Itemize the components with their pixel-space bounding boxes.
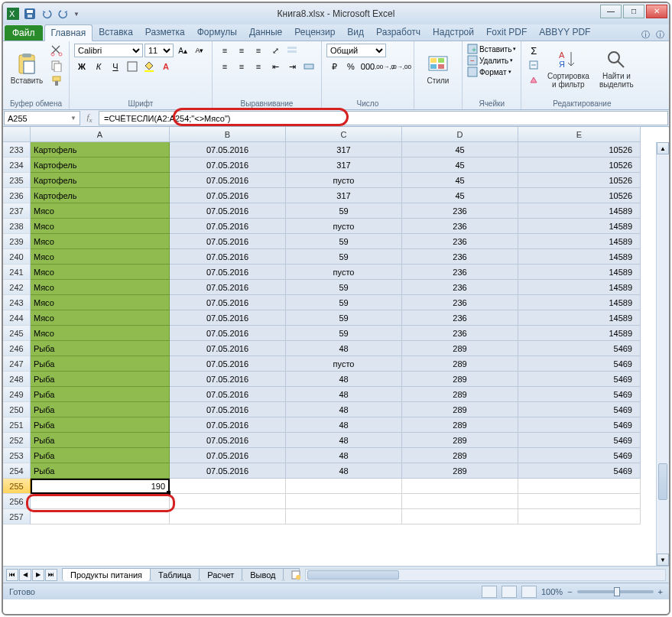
sheet-last-icon[interactable]: ⏭ <box>45 569 57 581</box>
cell[interactable]: 5469 <box>518 372 641 387</box>
hscroll-thumb[interactable] <box>307 570 399 580</box>
row-header[interactable]: 253 <box>3 448 31 463</box>
cell[interactable]: 14589 <box>518 310 641 326</box>
cell[interactable] <box>170 479 286 494</box>
ribbon-tab-7[interactable]: Разработч <box>370 24 427 41</box>
cell[interactable]: 48 <box>286 417 402 433</box>
cell[interactable]: 59 <box>286 326 402 341</box>
zoom-in-icon[interactable]: + <box>658 587 663 596</box>
cell[interactable]: 5469 <box>518 341 641 356</box>
cell[interactable]: 289 <box>402 433 518 448</box>
cell[interactable]: Мясо <box>31 203 170 219</box>
cell[interactable]: 48 <box>286 372 402 387</box>
ribbon-minimize-icon[interactable]: ⓘ <box>641 29 650 41</box>
name-box[interactable]: A255 ▼ <box>4 111 80 125</box>
cell[interactable]: 07.05.2016 <box>170 372 286 387</box>
row-header[interactable]: 234 <box>3 157 31 173</box>
row-header[interactable]: 248 <box>3 372 31 387</box>
row-header[interactable]: 254 <box>3 463 31 479</box>
sheet-prev-icon[interactable]: ◀ <box>19 569 31 581</box>
cell[interactable]: 289 <box>402 372 518 387</box>
ribbon-tab-6[interactable]: Вид <box>341 24 370 41</box>
cell[interactable]: 236 <box>402 326 518 341</box>
cell[interactable] <box>402 494 518 509</box>
cell[interactable]: 10526 <box>518 142 641 157</box>
cell[interactable]: Мясо <box>31 295 170 310</box>
align-bottom-icon[interactable]: ≡ <box>251 44 266 57</box>
ribbon-tab-2[interactable]: Разметка <box>139 24 191 41</box>
col-header-D[interactable]: D <box>402 127 518 142</box>
sheet-tab[interactable]: Расчет <box>199 568 242 581</box>
cut-icon[interactable] <box>49 44 64 57</box>
cell[interactable]: Рыба <box>31 463 170 479</box>
minimize-button[interactable]: — <box>600 5 622 18</box>
qat-dropdown-icon[interactable]: ▼ <box>73 11 80 18</box>
fill-color-icon[interactable] <box>141 60 157 73</box>
cell[interactable]: 14589 <box>518 280 641 295</box>
cell[interactable] <box>402 479 518 494</box>
increase-indent-icon[interactable]: ⇥ <box>284 60 300 73</box>
cell[interactable] <box>402 509 518 524</box>
cell[interactable]: 07.05.2016 <box>170 142 286 157</box>
cell[interactable]: 07.05.2016 <box>170 402 286 417</box>
percent-icon[interactable]: % <box>343 60 359 73</box>
col-header-A[interactable]: A <box>31 127 170 142</box>
italic-button[interactable]: К <box>91 60 106 73</box>
cell[interactable]: 5469 <box>518 356 641 372</box>
increase-decimal-icon[interactable]: ,00→,0 <box>377 60 392 73</box>
sheet-tab[interactable]: Таблица <box>150 568 200 581</box>
row-header[interactable]: 257 <box>3 509 31 524</box>
number-format-select[interactable]: Общий <box>326 44 386 57</box>
cell[interactable]: Рыба <box>31 387 170 402</box>
merge-icon[interactable] <box>301 60 317 73</box>
cell[interactable]: 317 <box>286 188 402 203</box>
cell[interactable]: 317 <box>286 142 402 157</box>
row-header[interactable]: 249 <box>3 387 31 402</box>
cell[interactable]: Мясо <box>31 219 170 234</box>
redo-icon[interactable] <box>57 7 70 21</box>
fx-icon[interactable]: fx <box>84 112 95 124</box>
col-header-C[interactable]: C <box>286 127 402 142</box>
cell[interactable]: 07.05.2016 <box>170 463 286 479</box>
cell[interactable]: Картофель <box>31 188 170 203</box>
cell[interactable]: Рыба <box>31 402 170 417</box>
cell[interactable]: 07.05.2016 <box>170 265 286 280</box>
cell[interactable]: 59 <box>286 203 402 219</box>
cell[interactable] <box>31 494 170 509</box>
scroll-down-icon[interactable]: ▼ <box>657 554 669 566</box>
ribbon-tab-8[interactable]: Надстрой <box>427 24 480 41</box>
cell[interactable]: 07.05.2016 <box>170 433 286 448</box>
bold-button[interactable]: Ж <box>74 60 89 73</box>
cell[interactable]: 289 <box>402 463 518 479</box>
row-header[interactable]: 233 <box>3 142 31 157</box>
cell[interactable]: 45 <box>402 173 518 188</box>
cell[interactable]: 59 <box>286 310 402 326</box>
cell[interactable]: 14589 <box>518 219 641 234</box>
copy-icon[interactable] <box>49 59 64 73</box>
cell[interactable] <box>518 479 641 494</box>
row-header[interactable]: 235 <box>3 173 31 188</box>
align-left-icon[interactable]: ≡ <box>217 60 232 73</box>
sheet-tab[interactable]: Вывод <box>242 568 284 581</box>
grid[interactable]: ABCDE233Картофель07.05.20163174510526234… <box>3 127 669 524</box>
ribbon-tab-4[interactable]: Данные <box>243 24 288 41</box>
cell[interactable] <box>518 494 641 509</box>
cell[interactable]: 236 <box>402 280 518 295</box>
cell[interactable]: 10526 <box>518 188 641 203</box>
cell[interactable]: 07.05.2016 <box>170 341 286 356</box>
cell[interactable]: 07.05.2016 <box>170 173 286 188</box>
undo-icon[interactable] <box>40 7 54 21</box>
close-button[interactable]: ✕ <box>646 5 667 18</box>
row-header[interactable]: 246 <box>3 341 31 356</box>
cell[interactable]: Мясо <box>31 234 170 249</box>
ribbon-tab-5[interactable]: Рецензир <box>288 24 341 41</box>
cell[interactable]: 48 <box>286 387 402 402</box>
view-break-icon[interactable] <box>521 586 537 598</box>
cell[interactable] <box>170 494 286 509</box>
horizontal-scrollbar[interactable] <box>305 569 666 581</box>
cell[interactable]: 236 <box>402 265 518 280</box>
zoom-out-icon[interactable]: − <box>567 587 572 596</box>
col-header-B[interactable]: B <box>170 127 286 142</box>
row-header[interactable]: 251 <box>3 417 31 433</box>
ribbon-tab-10[interactable]: ABBYY PDF <box>533 24 596 41</box>
